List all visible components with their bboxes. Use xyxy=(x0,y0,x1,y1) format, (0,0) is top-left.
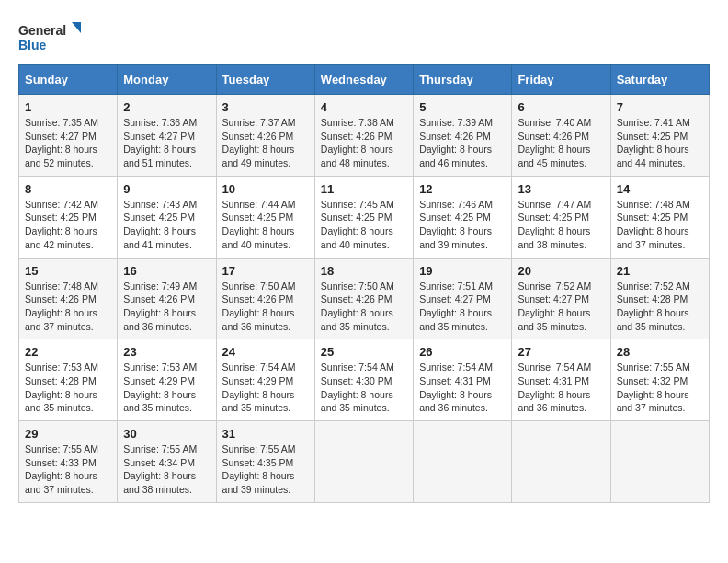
day-number: 4 xyxy=(321,100,407,114)
day-detail: Sunrise: 7:48 AMSunset: 4:26 PMDaylight:… xyxy=(25,281,98,332)
calendar-cell: 31 Sunrise: 7:55 AMSunset: 4:35 PMDaylig… xyxy=(216,421,314,503)
weekday-header-row: SundayMondayTuesdayWednesdayThursdayFrid… xyxy=(19,65,710,95)
day-number: 7 xyxy=(617,100,703,114)
day-detail: Sunrise: 7:40 AMSunset: 4:26 PMDaylight:… xyxy=(518,117,591,168)
calendar-cell: 18 Sunrise: 7:50 AMSunset: 4:26 PMDaylig… xyxy=(314,258,413,339)
day-detail: Sunrise: 7:54 AMSunset: 4:30 PMDaylight:… xyxy=(321,362,394,413)
day-detail: Sunrise: 7:42 AMSunset: 4:25 PMDaylight:… xyxy=(25,199,98,250)
day-detail: Sunrise: 7:55 AMSunset: 4:34 PMDaylight:… xyxy=(123,443,197,495)
calendar-cell: 17 Sunrise: 7:50 AMSunset: 4:26 PMDaylig… xyxy=(216,258,314,339)
calendar-cell: 9 Sunrise: 7:43 AMSunset: 4:25 PMDayligh… xyxy=(118,176,216,258)
calendar-cell: 4 Sunrise: 7:38 AMSunset: 4:26 PMDayligh… xyxy=(314,95,413,177)
calendar-cell: 21 Sunrise: 7:52 AMSunset: 4:28 PMDaylig… xyxy=(610,258,709,339)
day-number: 19 xyxy=(419,264,506,278)
day-number: 27 xyxy=(518,345,604,359)
day-detail: Sunrise: 7:53 AMSunset: 4:29 PMDaylight:… xyxy=(123,362,197,413)
day-detail: Sunrise: 7:47 AMSunset: 4:25 PMDaylight:… xyxy=(518,199,591,250)
day-number: 12 xyxy=(419,182,506,196)
calendar-cell: 30 Sunrise: 7:55 AMSunset: 4:34 PMDaylig… xyxy=(118,421,216,503)
calendar-week-row: 22 Sunrise: 7:53 AMSunset: 4:28 PMDaylig… xyxy=(19,339,710,421)
calendar-cell: 3 Sunrise: 7:37 AMSunset: 4:26 PMDayligh… xyxy=(216,95,314,177)
calendar-cell: 6 Sunrise: 7:40 AMSunset: 4:26 PMDayligh… xyxy=(512,95,610,177)
calendar-cell: 16 Sunrise: 7:49 AMSunset: 4:26 PMDaylig… xyxy=(118,258,216,339)
day-detail: Sunrise: 7:54 AMSunset: 4:31 PMDaylight:… xyxy=(518,362,591,413)
calendar-cell: 24 Sunrise: 7:54 AMSunset: 4:29 PMDaylig… xyxy=(216,339,314,421)
day-detail: Sunrise: 7:52 AMSunset: 4:28 PMDaylight:… xyxy=(617,281,690,332)
day-detail: Sunrise: 7:38 AMSunset: 4:26 PMDaylight:… xyxy=(321,117,394,168)
calendar-cell: 26 Sunrise: 7:54 AMSunset: 4:31 PMDaylig… xyxy=(414,339,512,421)
calendar-cell: 2 Sunrise: 7:36 AMSunset: 4:27 PMDayligh… xyxy=(118,95,216,177)
calendar-cell: 13 Sunrise: 7:47 AMSunset: 4:25 PMDaylig… xyxy=(512,176,610,258)
day-number: 18 xyxy=(321,264,407,278)
day-number: 6 xyxy=(518,100,604,114)
calendar-cell xyxy=(512,421,610,503)
logo: General Blue xyxy=(18,18,83,55)
day-number: 23 xyxy=(123,345,210,359)
weekday-header-saturday: Saturday xyxy=(610,65,709,95)
calendar-week-row: 1 Sunrise: 7:35 AMSunset: 4:27 PMDayligh… xyxy=(19,95,710,177)
day-number: 5 xyxy=(419,100,506,114)
day-number: 8 xyxy=(25,182,111,196)
day-detail: Sunrise: 7:35 AMSunset: 4:27 PMDaylight:… xyxy=(25,117,98,168)
calendar-cell: 28 Sunrise: 7:55 AMSunset: 4:32 PMDaylig… xyxy=(610,339,709,421)
day-detail: Sunrise: 7:49 AMSunset: 4:26 PMDaylight:… xyxy=(123,281,197,332)
day-number: 16 xyxy=(123,264,210,278)
calendar-cell: 20 Sunrise: 7:52 AMSunset: 4:27 PMDaylig… xyxy=(512,258,610,339)
weekday-header-tuesday: Tuesday xyxy=(216,65,314,95)
calendar-cell: 11 Sunrise: 7:45 AMSunset: 4:25 PMDaylig… xyxy=(314,176,413,258)
calendar-table: SundayMondayTuesdayWednesdayThursdayFrid… xyxy=(18,64,710,503)
weekday-header-sunday: Sunday xyxy=(19,65,118,95)
day-number: 13 xyxy=(518,182,604,196)
day-number: 26 xyxy=(419,345,506,359)
day-number: 15 xyxy=(25,264,111,278)
calendar-cell: 10 Sunrise: 7:44 AMSunset: 4:25 PMDaylig… xyxy=(216,176,314,258)
calendar-cell: 1 Sunrise: 7:35 AMSunset: 4:27 PMDayligh… xyxy=(19,95,118,177)
calendar-week-row: 15 Sunrise: 7:48 AMSunset: 4:26 PMDaylig… xyxy=(19,258,710,339)
day-detail: Sunrise: 7:54 AMSunset: 4:29 PMDaylight:… xyxy=(222,362,296,413)
calendar-cell: 12 Sunrise: 7:46 AMSunset: 4:25 PMDaylig… xyxy=(414,176,512,258)
day-detail: Sunrise: 7:50 AMSunset: 4:26 PMDaylight:… xyxy=(222,281,296,332)
day-number: 25 xyxy=(321,345,407,359)
calendar-week-row: 29 Sunrise: 7:55 AMSunset: 4:33 PMDaylig… xyxy=(19,421,710,503)
day-detail: Sunrise: 7:54 AMSunset: 4:31 PMDaylight:… xyxy=(419,362,493,413)
day-detail: Sunrise: 7:53 AMSunset: 4:28 PMDaylight:… xyxy=(25,362,98,413)
calendar-cell: 22 Sunrise: 7:53 AMSunset: 4:28 PMDaylig… xyxy=(19,339,118,421)
day-number: 9 xyxy=(123,182,210,196)
day-detail: Sunrise: 7:37 AMSunset: 4:26 PMDaylight:… xyxy=(222,117,296,168)
day-detail: Sunrise: 7:46 AMSunset: 4:25 PMDaylight:… xyxy=(419,199,493,250)
calendar-week-row: 8 Sunrise: 7:42 AMSunset: 4:25 PMDayligh… xyxy=(19,176,710,258)
calendar-cell: 29 Sunrise: 7:55 AMSunset: 4:33 PMDaylig… xyxy=(19,421,118,503)
calendar-cell: 5 Sunrise: 7:39 AMSunset: 4:26 PMDayligh… xyxy=(414,95,512,177)
weekday-header-thursday: Thursday xyxy=(414,65,512,95)
day-number: 1 xyxy=(25,100,111,114)
weekday-header-wednesday: Wednesday xyxy=(314,65,413,95)
svg-marker-2 xyxy=(72,22,81,33)
calendar-cell: 25 Sunrise: 7:54 AMSunset: 4:30 PMDaylig… xyxy=(314,339,413,421)
day-number: 17 xyxy=(222,264,309,278)
logo-svg: General Blue xyxy=(18,18,83,55)
day-number: 30 xyxy=(123,427,210,441)
calendar-cell xyxy=(610,421,709,503)
day-number: 14 xyxy=(617,182,703,196)
day-number: 11 xyxy=(321,182,407,196)
day-number: 31 xyxy=(222,427,309,441)
day-detail: Sunrise: 7:41 AMSunset: 4:25 PMDaylight:… xyxy=(617,117,690,168)
day-detail: Sunrise: 7:55 AMSunset: 4:35 PMDaylight:… xyxy=(222,443,296,495)
day-detail: Sunrise: 7:44 AMSunset: 4:25 PMDaylight:… xyxy=(222,199,296,250)
day-detail: Sunrise: 7:51 AMSunset: 4:27 PMDaylight:… xyxy=(419,281,493,332)
day-number: 29 xyxy=(25,427,111,441)
calendar-cell: 27 Sunrise: 7:54 AMSunset: 4:31 PMDaylig… xyxy=(512,339,610,421)
day-number: 21 xyxy=(617,264,703,278)
calendar-cell: 7 Sunrise: 7:41 AMSunset: 4:25 PMDayligh… xyxy=(610,95,709,177)
day-detail: Sunrise: 7:55 AMSunset: 4:33 PMDaylight:… xyxy=(25,443,98,495)
weekday-header-friday: Friday xyxy=(512,65,610,95)
day-detail: Sunrise: 7:36 AMSunset: 4:27 PMDaylight:… xyxy=(123,117,197,168)
calendar-cell: 23 Sunrise: 7:53 AMSunset: 4:29 PMDaylig… xyxy=(118,339,216,421)
day-detail: Sunrise: 7:55 AMSunset: 4:32 PMDaylight:… xyxy=(617,362,690,413)
calendar-cell xyxy=(414,421,512,503)
calendar-cell: 8 Sunrise: 7:42 AMSunset: 4:25 PMDayligh… xyxy=(19,176,118,258)
svg-text:Blue: Blue xyxy=(18,38,47,52)
weekday-header-monday: Monday xyxy=(118,65,216,95)
day-detail: Sunrise: 7:43 AMSunset: 4:25 PMDaylight:… xyxy=(123,199,197,250)
day-number: 22 xyxy=(25,345,111,359)
